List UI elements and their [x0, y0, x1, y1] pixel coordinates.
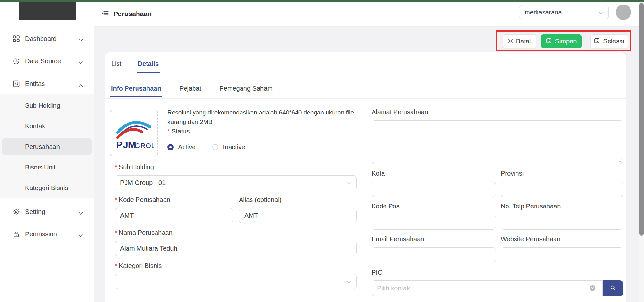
chevron-down-icon: [79, 37, 83, 43]
kota-field[interactable]: [372, 182, 496, 197]
gear-icon: [13, 208, 20, 215]
chevron-down-icon: [79, 60, 83, 66]
nama-perusahaan-field[interactable]: [115, 241, 357, 256]
sidebar-item-label: Permission: [25, 231, 57, 238]
save-floppy-icon: [594, 38, 600, 45]
sub-holding-label: *Sub Holding: [115, 163, 154, 171]
sidebar-item-kontak[interactable]: Kontak: [2, 117, 92, 135]
alias-label: Alias (optional): [239, 196, 281, 204]
sub-item-label: Bisnis Unit: [25, 164, 55, 171]
chevron-down-icon: [347, 179, 351, 187]
tab-pejabat[interactable]: Pejabat: [179, 85, 202, 96]
radio-active-label: Active: [178, 143, 195, 151]
chevron-down-icon: [599, 9, 603, 16]
app-logo: [19, 2, 76, 20]
tenant-select[interactable]: mediasarana: [519, 5, 609, 19]
top-accent-bar: [0, 0, 644, 2]
kode-perusahaan-label: *Kode Perusahaan: [115, 196, 170, 204]
sidebar-item-kategori-bisnis[interactable]: Kategori Bisnis: [2, 179, 92, 197]
search-icon: [610, 285, 616, 292]
status-label: *Status: [167, 128, 190, 135]
provinsi-label: Provinsi: [501, 170, 524, 177]
sidebar-item-permission[interactable]: Permission: [0, 227, 94, 242]
kota-label: Kota: [372, 170, 385, 177]
sidebar-item-data-source[interactable]: Data Source: [0, 54, 94, 69]
kode-pos-field[interactable]: [372, 215, 496, 230]
svg-text:GROUP: GROUP: [135, 142, 154, 149]
required-mark: *: [167, 128, 170, 135]
finish-button[interactable]: Selesai: [590, 34, 628, 48]
sidebar-item-dashboard[interactable]: Dashboard: [0, 32, 94, 46]
sidebar-item-sub-holding[interactable]: Sub Holding: [2, 97, 92, 114]
kode-pos-label: Kode Pos: [372, 203, 400, 210]
save-button[interactable]: Simpan: [541, 34, 582, 48]
sub-holding-select[interactable]: PJM Group - 01: [115, 175, 357, 190]
menu-fold-icon[interactable]: [101, 10, 109, 18]
sidebar-item-label: Setting: [25, 208, 45, 215]
email-label: Email Perusahaan: [372, 235, 424, 243]
chevron-down-icon: [347, 278, 351, 285]
lock-open-icon: [13, 231, 20, 238]
entitas-submenu: Sub Holding Kontak Perusahaan Bisnis Uni…: [0, 94, 94, 198]
pjm-group-logo: PJM GROUP: [114, 114, 154, 152]
subtabs-bar: Info Perusahaan Pejabat Pemegang Saham: [105, 74, 626, 99]
status-radio-group: Active Inactive: [167, 143, 245, 151]
radio-active[interactable]: [167, 144, 174, 150]
grid-icon: [13, 35, 20, 42]
sidebar-item-entitas[interactable]: Entitas: [0, 77, 94, 91]
email-field[interactable]: [372, 247, 496, 262]
tab-pemegang-saham[interactable]: Pemegang Saham: [219, 85, 273, 96]
scrollbar-track[interactable]: [639, 2, 644, 302]
pie-chart-icon: [13, 58, 20, 65]
clear-icon[interactable]: [589, 285, 596, 291]
chevron-down-icon: [79, 210, 83, 216]
tab-list[interactable]: List: [110, 60, 122, 72]
radio-inactive[interactable]: [212, 144, 218, 150]
tab-details[interactable]: Details: [137, 60, 160, 73]
sub-item-label: Perusahaan: [25, 143, 60, 150]
sidebar: Dashboard Data Source Entitas Sub Holdin…: [0, 2, 94, 302]
x-icon: [508, 38, 513, 45]
alamat-field[interactable]: [372, 120, 623, 164]
kategori-bisnis-select[interactable]: [115, 274, 357, 289]
kategori-bisnis-label: *Kategori Bisnis: [115, 262, 162, 270]
company-logo-upload[interactable]: PJM GROUP: [110, 110, 158, 156]
nama-perusahaan-label: *Nama Perusahaan: [115, 229, 173, 236]
sliders-icon: [13, 80, 20, 87]
alamat-label: Alamat Perusahaan: [372, 108, 428, 116]
user-avatar[interactable]: [616, 5, 631, 20]
telp-field[interactable]: [501, 215, 623, 230]
sidebar-item-setting[interactable]: Setting: [0, 205, 94, 219]
save-floppy-icon: [546, 38, 552, 45]
upload-hint: Resolusi yang direkomendasikan adalah 64…: [167, 108, 361, 126]
pic-search-input[interactable]: [372, 280, 603, 296]
sidebar-item-label: Data Source: [25, 58, 61, 65]
tab-info-perusahaan[interactable]: Info Perusahaan: [110, 85, 162, 97]
page-title: Perusahaan: [113, 10, 152, 18]
kode-perusahaan-field[interactable]: [115, 208, 233, 223]
top-header: Perusahaan mediasarana: [94, 2, 644, 27]
details-card: List Details Info Perusahaan Pejabat Pem…: [105, 52, 626, 302]
sub-item-label: Sub Holding: [25, 102, 60, 109]
tabs-bar: List Details: [105, 52, 626, 74]
website-field[interactable]: [501, 247, 623, 262]
sidebar-item-bisnis-unit[interactable]: Bisnis Unit: [2, 159, 92, 176]
sidebar-item-label: Dashboard: [25, 35, 57, 42]
cancel-button-label: Batal: [516, 38, 531, 45]
alias-field[interactable]: [239, 208, 357, 223]
radio-inactive-label: Inactive: [223, 143, 245, 151]
pic-search-button[interactable]: [603, 280, 623, 296]
main-content: Batal Simpan Selesai List Details Info P…: [94, 26, 644, 302]
provinsi-field[interactable]: [501, 182, 623, 197]
chevron-up-icon: [79, 82, 83, 88]
sidebar-item-perusahaan[interactable]: Perusahaan: [2, 138, 92, 155]
sub-item-label: Kategori Bisnis: [25, 184, 68, 191]
telp-label: No. Telp Perusahaan: [501, 203, 561, 210]
website-label: Website Perusahaan: [501, 235, 560, 243]
scrollbar-thumb[interactable]: [639, 3, 644, 236]
cancel-button[interactable]: Batal: [503, 34, 536, 48]
chevron-down-icon: [79, 233, 83, 239]
sub-holding-select-value: PJM Group - 01: [120, 179, 166, 187]
pic-label: PIC: [372, 269, 382, 276]
sidebar-item-label: Entitas: [25, 80, 45, 87]
